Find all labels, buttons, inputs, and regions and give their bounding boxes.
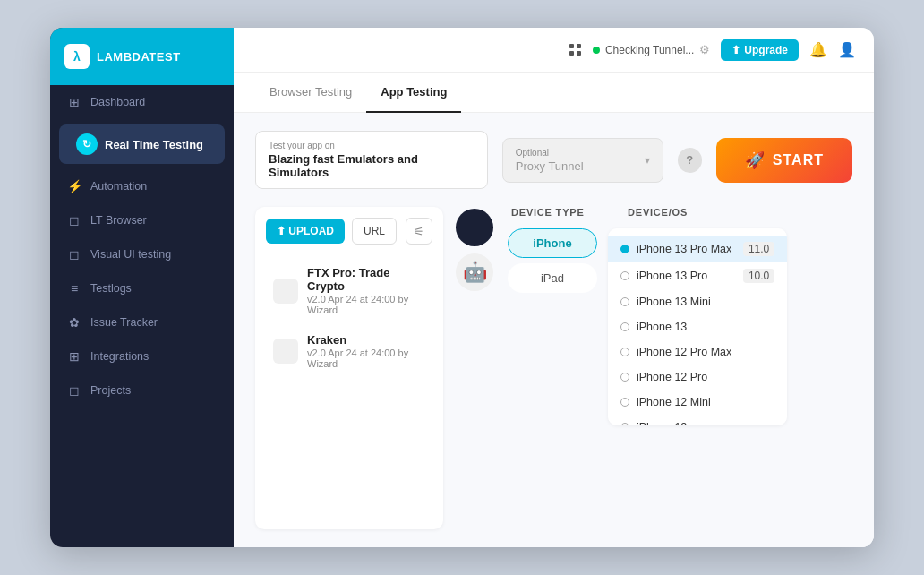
realtime-label: Real Time Testing	[105, 138, 203, 151]
device-os-header: DEVICE/OS	[610, 207, 783, 218]
sidebar-item-automation[interactable]: ⚡ Automation	[50, 169, 234, 203]
tunnel-settings-icon[interactable]: ⚙	[699, 43, 710, 56]
device-radio	[620, 322, 629, 331]
issue-tracker-icon: ✿	[67, 315, 81, 330]
list-item[interactable]: Kraken v2.0 Apr 24 at 24:00 by Wizard	[266, 324, 432, 378]
sidebar: λ LAMBDATEST ⊞ Dashboard ↻ Real Time Tes…	[50, 28, 234, 547]
dashboard-icon: ⊞	[67, 95, 81, 109]
realtime-icon: ↻	[76, 133, 98, 155]
sidebar-item-projects[interactable]: ◻ Projects	[50, 373, 234, 408]
sidebar-item-issue-tracker[interactable]: ✿ Issue Tracker	[50, 305, 234, 339]
device-name: iPhone 12 Pro	[637, 371, 774, 383]
device-name: iPhone 13 Pro Max	[637, 243, 736, 255]
sidebar-item-testlogs[interactable]: ≡ Testlogs	[50, 271, 234, 305]
logo-text: LAMBDATEST	[97, 50, 181, 64]
tunnel-dot	[593, 47, 600, 54]
device-list: iPhone 13 Pro Max 11.0 iPhone 13 Pro 10.…	[608, 228, 787, 425]
list-item[interactable]: FTX Pro: Trade Crypto v2.0 Apr 24 at 24:…	[266, 257, 432, 324]
android-icon: 🤖	[463, 261, 487, 284]
visual-ui-icon: ◻	[67, 247, 81, 262]
filter-icon: ⚟	[414, 225, 424, 238]
device-name: iPhone 13	[637, 321, 774, 333]
app-selector[interactable]: Test your app on Blazing fast Emulators …	[255, 131, 488, 189]
app-name: FTX Pro: Trade Crypto	[307, 266, 425, 293]
integrations-icon: ⊞	[67, 349, 81, 364]
app-meta: v2.0 Apr 24 at 24:00 by Wizard	[307, 348, 425, 369]
testlogs-icon: ≡	[67, 281, 81, 296]
table-row[interactable]: iPhone 12 Pro	[608, 365, 787, 390]
sidebar-item-label: LT Browser	[90, 214, 147, 227]
tab-bar: Browser Testing App Testing	[234, 73, 874, 113]
sidebar-item-realtime[interactable]: ↻ Real Time Testing	[59, 124, 225, 164]
device-name: iPhone 12 Mini	[637, 396, 774, 408]
device-body: iPhone iPad iPhone 13 Pro Max 11.0	[508, 228, 787, 425]
proxy-label: Optional	[516, 148, 645, 158]
device-radio	[620, 348, 629, 356]
logo-icon: λ	[64, 44, 90, 69]
table-row[interactable]: iPhone 13 Pro Max 11.0	[608, 236, 787, 262]
upgrade-button[interactable]: ⬆ Upgrade	[721, 39, 799, 61]
tab-app-testing[interactable]: App Testing	[366, 73, 461, 113]
sidebar-item-visual-ui[interactable]: ◻ Visual UI testing	[50, 237, 234, 271]
upload-button[interactable]: ⬆ UPLOAD	[266, 219, 345, 244]
chevron-down-icon: ▾	[645, 154, 650, 167]
table-row[interactable]: iPhone 12 Mini	[608, 390, 787, 415]
device-radio	[620, 398, 629, 407]
sidebar-item-lt-browser[interactable]: ◻ LT Browser	[50, 203, 234, 237]
tunnel-status-text: Checking Tunnel...	[605, 44, 694, 56]
device-version: 11.0	[743, 242, 774, 256]
table-row[interactable]: iPhone 12 Pro Max	[608, 339, 787, 365]
device-name: iPhone 13 Mini	[637, 296, 774, 308]
tab-browser-testing[interactable]: Browser Testing	[255, 73, 366, 113]
help-icon: ?	[686, 153, 693, 167]
app-name: Kraken	[307, 333, 425, 347]
upload-row: ⬆ UPLOAD URL ⚟	[266, 218, 432, 245]
start-button[interactable]: 🚀 START	[716, 138, 852, 183]
os-tab-android[interactable]: 🤖	[456, 253, 493, 291]
table-row[interactable]: iPhone 13 Pro 10.0	[608, 262, 787, 289]
sidebar-item-label: Integrations	[90, 350, 149, 363]
lt-browser-icon: ◻	[67, 213, 81, 227]
table-row[interactable]: iPhone 13 Mini	[608, 289, 787, 314]
sidebar-item-label: Issue Tracker	[90, 316, 158, 329]
app-meta: v2.0 Apr 24 at 24:00 by Wizard	[307, 294, 425, 315]
start-label: START	[773, 152, 824, 168]
device-version: 10.0	[743, 269, 774, 283]
device-radio	[620, 423, 629, 425]
upload-panel: ⬆ UPLOAD URL ⚟ FTX Pro: Trade Crypto v2.…	[255, 207, 443, 529]
tunnel-status: Checking Tunnel... ⚙	[593, 43, 710, 56]
device-type-ipad[interactable]: iPad	[508, 263, 597, 293]
device-radio	[620, 271, 629, 280]
device-type-iphone[interactable]: iPhone	[508, 228, 597, 258]
content-area: Test your app on Blazing fast Emulators …	[234, 113, 874, 547]
device-radio	[620, 373, 629, 382]
device-name: iPhone 12	[637, 421, 774, 425]
table-row[interactable]: iPhone 13	[608, 314, 787, 339]
topbar: Checking Tunnel... ⚙ ⬆ Upgrade 🔔 👤	[234, 28, 874, 73]
help-button[interactable]: ?	[678, 148, 702, 173]
app-icon	[273, 279, 298, 304]
device-type-column: iPhone iPad	[508, 228, 597, 425]
device-radio	[620, 297, 629, 306]
toolbar-row: Test your app on Blazing fast Emulators …	[255, 131, 852, 189]
os-tab-ios[interactable]	[456, 209, 493, 246]
main-content: Checking Tunnel... ⚙ ⬆ Upgrade 🔔 👤 Brows…	[234, 28, 874, 547]
table-row[interactable]: iPhone 12	[608, 415, 787, 425]
device-type-header: DEVICE TYPE	[511, 207, 610, 218]
url-button[interactable]: URL	[352, 218, 397, 245]
device-radio	[620, 245, 629, 253]
automation-icon: ⚡	[67, 179, 81, 193]
grid-icon[interactable]	[569, 44, 582, 56]
upgrade-icon: ⬆	[732, 44, 740, 56]
device-headers: DEVICE TYPE DEVICE/OS	[508, 207, 787, 218]
proxy-value: Proxy Tunnel	[516, 159, 645, 173]
bell-icon[interactable]: 🔔	[809, 41, 827, 58]
proxy-selector[interactable]: Optional Proxy Tunnel ▾	[502, 138, 663, 183]
app-selector-value: Blazing fast Emulators and Simulators	[269, 152, 475, 179]
sidebar-item-dashboard[interactable]: ⊞ Dashboard	[50, 85, 234, 119]
sidebar-item-integrations[interactable]: ⊞ Integrations	[50, 339, 234, 373]
filter-button[interactable]: ⚟	[406, 218, 432, 245]
upgrade-label: Upgrade	[744, 44, 788, 56]
user-icon[interactable]: 👤	[838, 41, 856, 58]
sidebar-item-label: Projects	[90, 384, 131, 397]
